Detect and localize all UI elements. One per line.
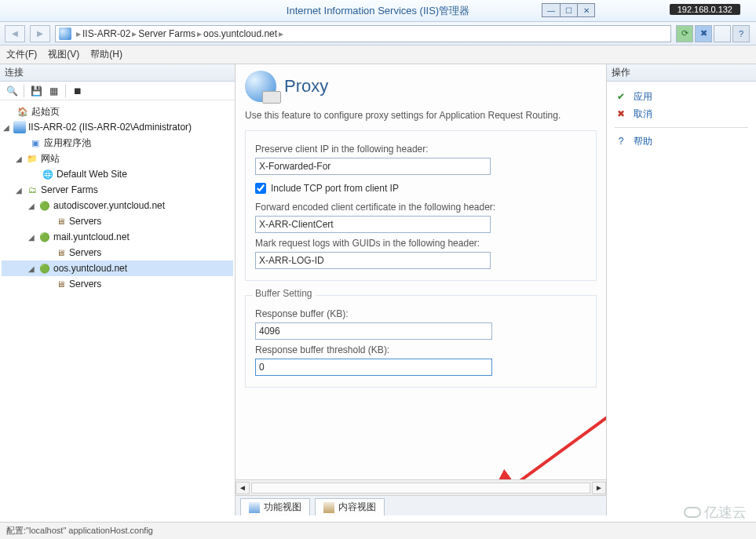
tree-start-page[interactable]: 🏠 起始页 xyxy=(2,104,233,119)
divider xyxy=(615,127,748,128)
separator xyxy=(714,25,731,42)
cancel-action[interactable]: ✖ 取消 xyxy=(615,105,748,122)
separator xyxy=(65,85,66,97)
scroll-right-button[interactable]: ► xyxy=(592,482,606,494)
scroll-left-button[interactable]: ◄ xyxy=(236,482,250,494)
server-icon xyxy=(59,27,71,40)
chevron-right-icon: ▸ xyxy=(75,28,82,39)
buffer-group: Buffer Setting Response buffer (KB): Res… xyxy=(245,295,597,388)
tree-servers[interactable]: 🖥 Servers xyxy=(2,276,233,292)
servers-icon: 🖥 xyxy=(54,215,67,228)
tree-apppools[interactable]: ▣ 应用程序池 xyxy=(2,135,233,151)
features-view-icon xyxy=(249,502,260,513)
watermark: 亿速云 xyxy=(684,503,747,522)
servers-icon: 🖥 xyxy=(54,246,67,259)
tree-server-farms[interactable]: ◢ 🗂 Server Farms xyxy=(2,182,233,198)
tab-content-view[interactable]: 内容视图 xyxy=(315,498,385,515)
menu-view[interactable]: 视图(V) xyxy=(48,48,79,61)
connection-tree[interactable]: 🏠 起始页 ◢ IIS-ARR-02 (IIS-ARR-02\Administr… xyxy=(0,100,235,515)
stop-icon[interactable]: ✖ xyxy=(695,25,712,42)
farm-node-icon: 🟢 xyxy=(38,199,51,212)
content-view-icon xyxy=(323,502,334,513)
include-tcp-checkbox[interactable] xyxy=(255,183,266,194)
breadcrumb-bar: ◄ ► ▸ IIS-ARR-02 ▸ Server Farms ▸ oos.yu… xyxy=(0,22,756,46)
collapse-icon[interactable]: ◢ xyxy=(14,186,24,195)
collapse-icon[interactable]: ◢ xyxy=(27,202,36,210)
tab-content-label: 内容视图 xyxy=(338,501,376,514)
scroll-track[interactable] xyxy=(251,483,590,493)
horizontal-scrollbar[interactable]: ◄ ► xyxy=(236,479,606,495)
tab-features-label: 功能视图 xyxy=(264,501,301,514)
forward-cert-label: Forward encoded client certificate in th… xyxy=(255,202,586,213)
nav-forward-button[interactable]: ► xyxy=(30,25,50,42)
apply-label: 应用 xyxy=(634,90,652,104)
farm-node-icon: 🟢 xyxy=(38,262,51,275)
collapse-icon[interactable]: ◢ xyxy=(27,233,36,242)
breadcrumb-item[interactable]: IIS-ARR-02 xyxy=(82,28,130,39)
tree-farm-autodiscover[interactable]: ◢ 🟢 autodiscover.yuntcloud.net xyxy=(2,198,233,213)
save-icon[interactable]: 💾 xyxy=(29,84,43,98)
mark-logs-input[interactable] xyxy=(255,252,491,269)
status-bar: 配置:"localhost" applicationHost.config xyxy=(0,522,756,539)
cancel-label: 取消 xyxy=(634,107,652,121)
tree-sites[interactable]: ◢ 📁 网站 xyxy=(2,151,233,166)
maximize-button[interactable]: ☐ xyxy=(560,4,577,16)
proxy-icon xyxy=(245,71,276,102)
content-panel: Proxy Use this feature to configure prox… xyxy=(236,64,607,515)
actions-header: 操作 xyxy=(607,64,756,82)
page-description: Use this feature to configure proxy sett… xyxy=(245,110,597,121)
header-group: Preserve client IP in the following head… xyxy=(245,130,597,281)
collapse-icon[interactable]: ◢ xyxy=(14,155,24,163)
cloud-icon xyxy=(684,507,701,518)
minimize-button[interactable]: — xyxy=(542,4,560,16)
help-action[interactable]: ? 帮助 xyxy=(615,133,748,150)
menu-file[interactable]: 文件(F) xyxy=(6,48,37,61)
apply-action[interactable]: ✔ 应用 xyxy=(615,88,748,105)
cancel-icon: ✖ xyxy=(615,107,627,120)
response-threshold-input[interactable] xyxy=(255,359,492,376)
buffer-group-label: Buffer Setting xyxy=(252,288,316,299)
mark-logs-label: Mark request logs with GUIDs in the foll… xyxy=(255,238,586,249)
help-icon[interactable]: ? xyxy=(732,25,750,42)
preserve-ip-input[interactable] xyxy=(255,158,491,175)
collapse-icon[interactable]: ◢ xyxy=(2,123,11,132)
window-titlebar: Internet Information Services (IIS)管理器 —… xyxy=(0,0,756,22)
apply-icon: ✔ xyxy=(615,90,627,103)
tree-server-node[interactable]: ◢ IIS-ARR-02 (IIS-ARR-02\Administrator) xyxy=(2,119,233,135)
stop-toolbar-icon[interactable]: ⏹ xyxy=(71,84,85,98)
forward-cert-input[interactable] xyxy=(255,216,491,233)
chevron-right-icon: ▸ xyxy=(195,28,203,39)
breadcrumb-tools: ⟳ ✖ ? xyxy=(676,25,750,42)
actions-panel: 操作 ✔ 应用 ✖ 取消 ? 帮助 xyxy=(607,64,756,515)
window-controls: — ☐ ✕ xyxy=(542,3,595,17)
connections-panel: 连接 🔍 💾 ▦ ⏹ 🏠 起始页 ◢ IIS-ARR-02 (IIS-ARR-0… xyxy=(0,64,236,515)
refresh-icon[interactable]: ⟳ xyxy=(676,25,693,42)
connections-header: 连接 xyxy=(0,64,235,82)
close-button[interactable]: ✕ xyxy=(577,4,594,16)
connect-icon[interactable]: 🔍 xyxy=(5,84,19,98)
window-title: Internet Information Services (IIS)管理器 xyxy=(287,4,469,18)
menu-help[interactable]: 帮助(H) xyxy=(90,48,122,61)
chevron-right-icon: ▸ xyxy=(130,28,138,39)
nav-back-button[interactable]: ◄ xyxy=(5,25,25,42)
tab-features-view[interactable]: 功能视图 xyxy=(240,498,310,515)
response-buffer-input[interactable] xyxy=(255,322,492,340)
grid-icon[interactable]: ▦ xyxy=(46,84,60,98)
globe-icon: 🌐 xyxy=(42,168,54,180)
tree-default-site[interactable]: 🌐 Default Web Site xyxy=(2,166,233,182)
status-text: 配置:"localhost" applicationHost.config xyxy=(6,525,153,537)
separator xyxy=(24,85,24,97)
tree-farm-mail[interactable]: ◢ 🟢 mail.yuntcloud.net xyxy=(2,229,233,245)
farm-node-icon: 🟢 xyxy=(38,231,51,243)
tree-servers[interactable]: 🖥 Servers xyxy=(2,245,233,260)
sites-icon: 📁 xyxy=(26,152,38,165)
menubar: 文件(F) 视图(V) 帮助(H) xyxy=(0,46,756,64)
breadcrumb[interactable]: ▸ IIS-ARR-02 ▸ Server Farms ▸ oos.yuntcl… xyxy=(55,25,671,42)
help-icon: ? xyxy=(615,135,627,147)
help-label: 帮助 xyxy=(634,135,652,148)
breadcrumb-item[interactable]: oos.yuntcloud.net xyxy=(203,28,277,39)
breadcrumb-item[interactable]: Server Farms xyxy=(138,28,195,39)
tree-farm-oos[interactable]: ◢ 🟢 oos.yuntcloud.net xyxy=(2,260,233,276)
collapse-icon[interactable]: ◢ xyxy=(27,264,36,273)
tree-servers[interactable]: 🖥 Servers xyxy=(2,213,233,229)
